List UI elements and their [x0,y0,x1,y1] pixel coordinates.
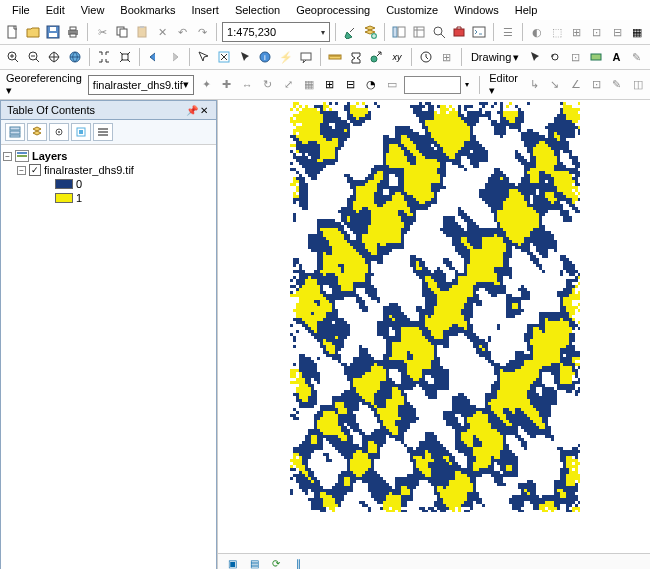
hyperlink-button[interactable]: ⚡ [276,47,294,67]
georef-scale[interactable]: ⤢ [280,75,297,95]
edit-vertices-button[interactable]: ✎ [628,47,646,67]
open-button[interactable] [24,22,42,42]
find-route-button[interactable] [367,47,385,67]
zoom-out-button[interactable] [24,47,42,67]
drawing-menu[interactable]: Drawing▾ [467,51,523,64]
zoom-in-button[interactable] [4,47,22,67]
editor-tool-3[interactable]: ∠ [567,75,584,95]
list-by-visibility[interactable] [49,123,69,141]
tb-misc-2[interactable]: ⬚ [548,22,566,42]
georef-rotate[interactable]: ↻ [260,75,277,95]
tb-misc-3[interactable]: ⊞ [568,22,586,42]
georef-shift[interactable]: ↔ [239,75,256,95]
pause-drawing-button[interactable]: ∥ [290,556,306,570]
forward-extent-button[interactable] [165,47,183,67]
menu-geoprocessing[interactable]: Geoprocessing [288,2,378,18]
georef-reset[interactable]: ▭ [383,75,400,95]
close-icon[interactable]: ✕ [200,105,210,115]
select-elements-button[interactable] [235,47,253,67]
toc-options[interactable] [93,123,113,141]
cut-button[interactable]: ✂ [93,22,111,42]
find-button[interactable] [347,47,365,67]
undo-button[interactable]: ↶ [173,22,191,42]
measure-button[interactable] [326,47,344,67]
tb-misc-4[interactable]: ⊡ [588,22,606,42]
save-button[interactable] [44,22,62,42]
tb-misc-1[interactable]: ◐ [528,22,546,42]
georef-layer-selector[interactable]: finalraster_dhs9.tif▾ [88,75,194,95]
georef-add-points[interactable]: ✦ [198,75,215,95]
copy-button[interactable] [113,22,131,42]
map-canvas[interactable]: ▣ ▤ ⟳ ∥ [217,100,650,569]
text-tool-button[interactable]: A [607,47,625,67]
model-builder-button[interactable]: ☰ [499,22,517,42]
fixed-zoom-out-button[interactable] [115,47,133,67]
html-popup-button[interactable] [297,47,315,67]
menu-insert[interactable]: Insert [183,2,227,18]
menu-view[interactable]: View [73,2,113,18]
catalog-button[interactable] [410,22,428,42]
clear-selection-button[interactable] [215,47,233,67]
list-by-drawing-order[interactable] [5,123,25,141]
toc-button[interactable] [390,22,408,42]
back-extent-button[interactable] [145,47,163,67]
full-extent-button[interactable] [65,47,83,67]
menu-customize[interactable]: Customize [378,2,446,18]
georef-measure[interactable]: ◔ [363,75,380,95]
editor-tool-icon[interactable] [341,22,359,42]
menu-help[interactable]: Help [507,2,546,18]
menu-edit[interactable]: Edit [38,2,73,18]
zoom-drawing-button[interactable]: ⊡ [566,47,584,67]
go-to-xy-button[interactable]: xy [388,47,406,67]
georef-view-link[interactable]: ⊞ [322,75,339,95]
menu-bookmarks[interactable]: Bookmarks [112,2,183,18]
pan-button[interactable] [45,47,63,67]
expander-raster[interactable]: − [17,166,26,175]
select-features-button[interactable] [195,47,213,67]
list-by-selection[interactable] [71,123,91,141]
list-by-source[interactable] [27,123,47,141]
menu-file[interactable]: File [4,2,38,18]
layer-visibility-checkbox[interactable]: ✓ [29,164,41,176]
editor-tool-1[interactable]: ↳ [526,75,543,95]
rectangle-draw-button[interactable] [587,47,605,67]
editor-tool-4[interactable]: ⊡ [588,75,605,95]
svg-rect-3 [50,27,56,31]
georef-auto[interactable]: ✚ [218,75,235,95]
editor-tool-2[interactable]: ↘ [547,75,564,95]
data-view-button[interactable]: ▣ [224,556,240,570]
layer-label[interactable]: finalraster_dhs9.tif [44,164,134,176]
redo-button[interactable]: ↷ [193,22,211,42]
refresh-button[interactable]: ⟳ [268,556,284,570]
georef-delete-link[interactable]: ⊟ [342,75,359,95]
add-data-button[interactable] [361,22,379,42]
python-button[interactable] [470,22,488,42]
tb-misc-6[interactable]: ▦ [628,22,646,42]
print-button[interactable] [64,22,82,42]
layout-view-button[interactable]: ▤ [246,556,262,570]
menu-windows[interactable]: Windows [446,2,507,18]
georeferencing-menu[interactable]: Georeferencing ▾ [4,72,84,97]
editor-tool-5[interactable]: ✎ [609,75,626,95]
menu-selection[interactable]: Selection [227,2,288,18]
arctoolbox-button[interactable] [450,22,468,42]
create-viewer-button[interactable]: ⊞ [438,47,456,67]
identify-button[interactable]: i [256,47,274,67]
delete-button[interactable]: ✕ [153,22,171,42]
fixed-zoom-in-button[interactable] [95,47,113,67]
rotate-tool[interactable] [546,47,564,67]
dataframe-label[interactable]: Layers [32,150,67,162]
editor-tool-6[interactable]: ◫ [629,75,646,95]
search-button[interactable] [430,22,448,42]
pointer-tool[interactable] [525,47,543,67]
pin-icon[interactable]: 📌 [186,105,196,115]
expander-layers[interactable]: − [3,152,12,161]
editor-menu[interactable]: Editor ▾ [487,72,522,97]
georef-link-table[interactable]: ▦ [301,75,318,95]
tb-misc-5[interactable]: ⊟ [608,22,626,42]
paste-button[interactable] [133,22,151,42]
time-slider-button[interactable] [417,47,435,67]
new-doc-button[interactable] [4,22,22,42]
georef-value-box[interactable] [404,76,461,94]
scale-selector[interactable]: 1:475,230▾ [222,22,330,42]
